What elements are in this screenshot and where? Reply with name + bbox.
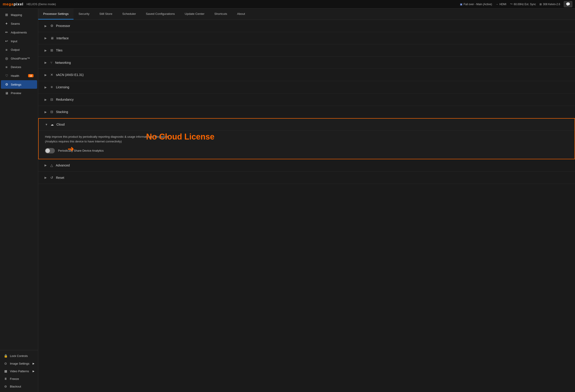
- cloud-chevron: ▼: [45, 123, 48, 126]
- sidebar: ⊞ Mapping + Seams ✏ Adjustments ↩ Input …: [0, 9, 38, 392]
- tab-shortcuts[interactable]: Shortcuts: [210, 9, 232, 20]
- sidebar-item-ghostframe[interactable]: ◎ GhostFrame™: [1, 54, 37, 63]
- processor-label: Processor: [56, 24, 70, 28]
- device-name: HELIOS (Demo mode): [26, 2, 56, 6]
- settings-icon: ⚙: [4, 82, 9, 87]
- top-bar: megapixel HELIOS (Demo mode) ▣ Fail over…: [0, 0, 575, 9]
- tab-processor-settings[interactable]: Processor Settings: [38, 9, 73, 20]
- sidebar-label-seams: Seams: [11, 22, 20, 25]
- networking-icon: ⑂: [50, 61, 52, 65]
- section-redundancy[interactable]: ▶ ⊟ Redundancy: [38, 93, 575, 106]
- sidebar-item-image-settings[interactable]: ⊙ Image Settings ▶: [0, 360, 38, 367]
- sidebar-label-freeze: Freeze: [10, 377, 19, 381]
- content-area: Processor Settings Security Still Store …: [38, 9, 575, 392]
- reset-icon: ↺: [50, 176, 53, 180]
- video-patterns-icon: ▦: [4, 369, 8, 373]
- sidebar-item-video-patterns[interactable]: ▦ Video Patterns ▶: [0, 367, 38, 375]
- analytics-toggle[interactable]: [45, 148, 55, 153]
- cloud-description: Help improve this product by periodicall…: [45, 135, 568, 144]
- top-bar-left: megapixel HELIOS (Demo mode): [3, 2, 56, 6]
- hdmi-icon: →: [496, 3, 498, 6]
- processor-icon: ⚙: [50, 24, 53, 28]
- image-settings-icon: ⊙: [4, 362, 8, 365]
- tab-scheduler[interactable]: Scheduler: [117, 9, 141, 20]
- tab-update-center[interactable]: Update Center: [180, 9, 210, 20]
- tab-still-store[interactable]: Still Store: [95, 9, 117, 20]
- sacn-icon: ✕: [50, 73, 53, 77]
- blackout-icon: ⊝: [4, 385, 8, 388]
- health-badge: 12: [28, 74, 33, 77]
- sidebar-label-adjustments: Adjustments: [11, 31, 27, 34]
- sidebar-label-ghostframe: GhostFrame™: [11, 57, 30, 60]
- health-icon: ♡: [4, 74, 9, 78]
- sidebar-item-mapping[interactable]: ⊞ Mapping: [1, 11, 37, 19]
- lock-icon: 🔒: [4, 354, 8, 358]
- networking-chevron: ▶: [45, 61, 47, 64]
- sidebar-item-settings[interactable]: ⚙ Settings: [1, 80, 37, 89]
- sidebar-label-output: Output: [11, 48, 20, 51]
- image-settings-chevron: ▶: [33, 362, 34, 365]
- sidebar-item-preview[interactable]: 🖥 Preview: [1, 89, 37, 97]
- sidebar-item-input[interactable]: ↩ Input: [1, 37, 37, 45]
- advanced-chevron: ▶: [45, 163, 47, 167]
- tiles-chevron: ▶: [45, 49, 47, 52]
- redundancy-icon: ⊟: [50, 97, 53, 102]
- preview-icon: 🖥: [4, 91, 9, 95]
- stacking-icon: ⊟: [50, 110, 53, 114]
- tab-about[interactable]: About: [232, 9, 250, 20]
- licensing-chevron: ▶: [45, 86, 47, 89]
- tab-saved-configurations[interactable]: Saved Configurations: [141, 9, 180, 20]
- tab-security[interactable]: Security: [73, 9, 95, 20]
- sidebar-label-mapping: Mapping: [11, 13, 22, 17]
- sidebar-item-output[interactable]: ≡ Output: [1, 46, 37, 54]
- adjustments-icon: ✏: [4, 30, 9, 34]
- section-licensing[interactable]: ▶ ✳ Licensing: [38, 81, 575, 93]
- section-sacn[interactable]: ▶ ✕ sACN (ANSI E1.31): [38, 69, 575, 81]
- sidebar-label-image-settings: Image Settings: [10, 362, 29, 365]
- failover-status: ▣ Fail over - Main (Active): [460, 3, 492, 6]
- reset-label: Reset: [56, 176, 64, 180]
- app-logo: megapixel: [3, 2, 23, 6]
- sidebar-item-adjustments[interactable]: ✏ Adjustments: [1, 28, 37, 37]
- licensing-icon: ✳: [50, 85, 53, 89]
- section-tiles[interactable]: ▶ ⊞ Tiles: [38, 44, 575, 57]
- seams-icon: +: [4, 22, 9, 26]
- top-bar-right: ▣ Fail over - Main (Active) → HDMI 〜 60.…: [460, 1, 572, 7]
- stacking-label: Stacking: [56, 110, 68, 114]
- redundancy-label: Redundancy: [56, 98, 74, 101]
- section-reset[interactable]: ▶ ↺ Reset: [38, 172, 575, 184]
- tab-bar: Processor Settings Security Still Store …: [38, 9, 575, 20]
- section-processor[interactable]: ▶ ⚙ Processor: [38, 20, 575, 32]
- sidebar-item-health[interactable]: ♡ Health 12: [1, 71, 37, 80]
- section-stacking[interactable]: ▶ ⊟ Stacking: [38, 106, 575, 118]
- sidebar-label-health: Health: [11, 74, 19, 77]
- section-networking[interactable]: ▶ ⑂ Networking: [38, 57, 575, 69]
- cloud-label: Cloud: [56, 123, 65, 126]
- advanced-icon: △: [50, 163, 53, 167]
- sync-status: 〜 60.00Hz Ext. Sync: [510, 2, 536, 6]
- reset-chevron: ▶: [45, 176, 47, 179]
- section-advanced[interactable]: ▶ △ Advanced: [38, 159, 575, 172]
- input-icon: ↩: [4, 39, 9, 43]
- kelvin-status: ⊞ 308 Kelvin-2.6: [539, 3, 560, 6]
- section-interface[interactable]: ▶ 🖥 Interface: [38, 32, 575, 44]
- failover-icon: ▣: [460, 3, 462, 6]
- sidebar-item-seams[interactable]: + Seams: [1, 19, 37, 28]
- tiles-icon: ⊞: [50, 48, 53, 52]
- stacking-chevron: ▶: [45, 110, 47, 114]
- cloud-section-header[interactable]: ▼ ☁ Cloud: [39, 119, 575, 131]
- cloud-section-body: Help improve this product by periodicall…: [39, 131, 575, 159]
- sidebar-item-devices[interactable]: ≡ Devices: [1, 63, 37, 71]
- output-icon: ≡: [4, 48, 9, 52]
- ghostframe-icon: ◎: [4, 56, 9, 60]
- sidebar-nav: ⊞ Mapping + Seams ✏ Adjustments ↩ Input …: [0, 9, 38, 350]
- hdmi-status: → HDMI: [496, 3, 506, 6]
- sidebar-item-blackout[interactable]: ⊝ Blackout: [0, 383, 38, 390]
- cloud-icon: ☁: [50, 123, 54, 126]
- sidebar-label-devices: Devices: [11, 65, 21, 69]
- sidebar-label-settings: Settings: [11, 83, 21, 86]
- sidebar-item-freeze[interactable]: ⏸ Freeze: [0, 375, 38, 383]
- sidebar-item-lock-controls[interactable]: 🔒 Lock Controls: [0, 352, 38, 360]
- sidebar-label-preview: Preview: [11, 92, 21, 95]
- chat-button[interactable]: 💬: [564, 1, 572, 7]
